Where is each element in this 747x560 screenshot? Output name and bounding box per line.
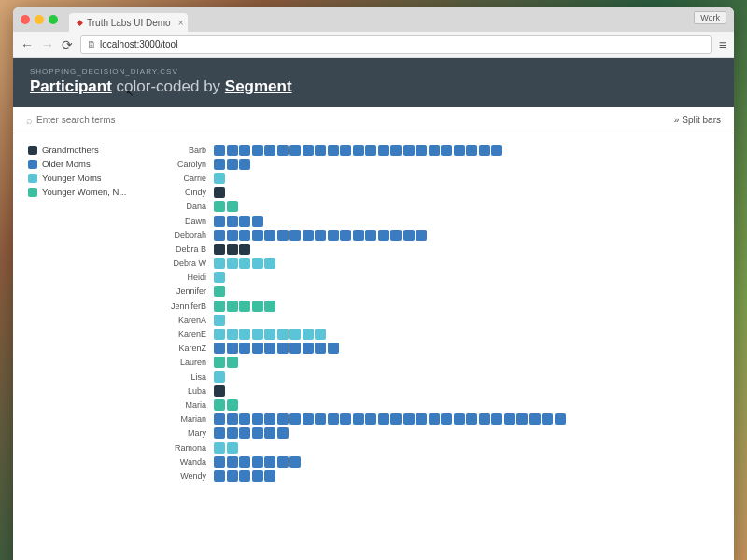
data-block[interactable]: [378, 413, 389, 425]
data-block[interactable]: [264, 343, 275, 354]
data-block[interactable]: [264, 413, 275, 425]
data-block[interactable]: [252, 343, 263, 354]
data-block[interactable]: [264, 456, 275, 468]
chart-row[interactable]: Debra B: [148, 242, 725, 256]
data-block[interactable]: [227, 456, 238, 468]
data-block[interactable]: [289, 230, 301, 241]
data-block[interactable]: [277, 329, 289, 340]
data-block[interactable]: [214, 371, 225, 383]
data-block[interactable]: [429, 145, 440, 156]
data-block[interactable]: [227, 442, 238, 454]
data-block[interactable]: [239, 216, 250, 227]
data-block[interactable]: [227, 216, 238, 227]
data-block[interactable]: [239, 413, 250, 425]
data-block[interactable]: [227, 230, 238, 241]
data-block[interactable]: [289, 145, 301, 156]
data-block[interactable]: [227, 329, 238, 340]
chart-row[interactable]: Lauren: [148, 356, 725, 370]
url-field[interactable]: 🗎 localhost:3000/tool: [80, 35, 712, 54]
data-block[interactable]: [264, 145, 275, 156]
data-block[interactable]: [390, 230, 402, 241]
browser-tab[interactable]: ◆ Truth Labs UI Demo ×: [69, 13, 188, 32]
data-block[interactable]: [227, 343, 238, 354]
data-block[interactable]: [214, 272, 225, 283]
data-block[interactable]: [252, 456, 263, 468]
data-block[interactable]: [214, 216, 225, 227]
close-tab-icon[interactable]: ×: [178, 18, 184, 28]
data-block[interactable]: [214, 244, 225, 255]
data-block[interactable]: [353, 145, 364, 156]
data-block[interactable]: [378, 230, 389, 241]
site-info-icon[interactable]: 🗎: [87, 39, 96, 49]
search-input[interactable]: [36, 115, 223, 125]
chart-row[interactable]: Wendy: [148, 469, 725, 483]
data-block[interactable]: [315, 230, 326, 241]
split-bars-button[interactable]: » Split bars: [674, 115, 721, 125]
data-block[interactable]: [214, 470, 225, 482]
data-block[interactable]: [239, 456, 250, 468]
data-block[interactable]: [239, 230, 250, 241]
data-block[interactable]: [239, 343, 250, 354]
data-block[interactable]: [239, 159, 250, 170]
data-block[interactable]: [252, 230, 263, 241]
data-block[interactable]: [214, 329, 225, 340]
chart-row[interactable]: Ramona: [148, 441, 725, 455]
data-block[interactable]: [353, 230, 364, 241]
chart-row[interactable]: Mary: [148, 427, 725, 441]
data-block[interactable]: [239, 427, 250, 439]
data-block[interactable]: [214, 427, 225, 439]
chart-row[interactable]: Barb: [148, 143, 725, 157]
data-block[interactable]: [303, 145, 314, 156]
chart-row[interactable]: Marian: [148, 413, 725, 427]
data-block[interactable]: [441, 413, 452, 425]
profile-badge[interactable]: Work: [694, 11, 726, 24]
data-block[interactable]: [252, 216, 263, 227]
data-block[interactable]: [252, 329, 263, 340]
data-block[interactable]: [340, 145, 351, 156]
chart-row[interactable]: Carolyn: [148, 157, 725, 171]
data-block[interactable]: [555, 413, 566, 425]
data-block[interactable]: [403, 230, 415, 241]
data-block[interactable]: [214, 413, 225, 425]
data-block[interactable]: [252, 301, 263, 312]
data-block[interactable]: [214, 399, 225, 411]
data-block[interactable]: [340, 230, 351, 241]
back-button[interactable]: ←: [21, 37, 34, 52]
data-block[interactable]: [441, 145, 452, 156]
data-block[interactable]: [403, 145, 415, 156]
data-block[interactable]: [328, 413, 339, 425]
reload-button[interactable]: ⟳: [62, 37, 73, 52]
data-block[interactable]: [479, 145, 490, 156]
legend-item[interactable]: Grandmothers: [28, 145, 141, 155]
data-block[interactable]: [214, 159, 225, 170]
data-block[interactable]: [252, 145, 263, 156]
data-block[interactable]: [416, 413, 427, 425]
data-block[interactable]: [303, 230, 314, 241]
data-block[interactable]: [227, 357, 238, 368]
legend-item[interactable]: Older Moms: [28, 159, 141, 169]
data-block[interactable]: [214, 442, 225, 454]
close-window-icon[interactable]: [21, 15, 30, 24]
data-block[interactable]: [214, 187, 225, 198]
data-block[interactable]: [479, 413, 490, 425]
chart-row[interactable]: Maria: [148, 398, 725, 412]
data-block[interactable]: [214, 357, 225, 368]
chart-row[interactable]: KarenZ: [148, 342, 725, 356]
data-block[interactable]: [466, 413, 477, 425]
data-block[interactable]: [214, 315, 225, 326]
data-block[interactable]: [227, 399, 238, 411]
data-block[interactable]: [214, 286, 225, 297]
data-block[interactable]: [227, 427, 238, 439]
data-block[interactable]: [315, 343, 326, 354]
data-block[interactable]: [289, 343, 301, 354]
data-block[interactable]: [227, 470, 238, 482]
data-block[interactable]: [214, 201, 225, 212]
data-block[interactable]: [264, 470, 275, 482]
chart-row[interactable]: Cindy: [148, 186, 725, 200]
data-block[interactable]: [403, 413, 415, 425]
data-block[interactable]: [378, 145, 389, 156]
data-block[interactable]: [239, 470, 250, 482]
data-block[interactable]: [214, 145, 225, 156]
data-block[interactable]: [365, 230, 376, 241]
data-block[interactable]: [214, 173, 225, 184]
